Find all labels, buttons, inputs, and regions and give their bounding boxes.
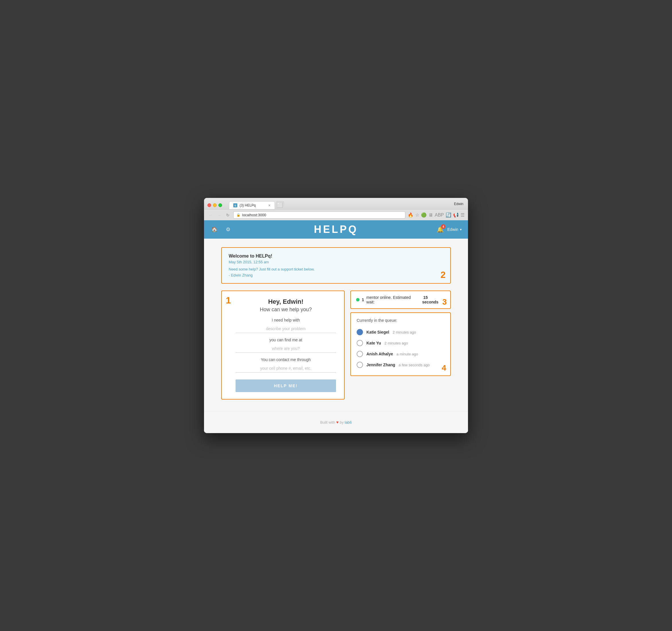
form-box-number: 1 [226,295,231,306]
tab-close-button[interactable]: × [268,203,270,208]
user-name: Edwin [447,227,458,232]
main-content: Welcome to HELPq! May 5th 2015, 12:55 am… [204,239,468,411]
mentor-count: 1 [362,297,364,302]
queue-item: Katie Siegel2 minutes ago [357,327,445,338]
welcome-box-number: 2 [440,270,446,280]
back-button[interactable]: ← [208,212,214,218]
app-header: 🏠 ⚙ HELPq 🔔 4 Edwin ▼ [204,220,468,239]
heart-icon: ♥ [336,420,340,424]
queue-item-time: a few seconds ago [399,363,430,367]
help-me-button[interactable]: HELP ME! [236,380,336,392]
maximize-window-button[interactable] [218,203,222,207]
minimize-window-button[interactable] [213,203,217,207]
mentor-status-text: mentor online. Estimated wait: [366,295,420,304]
address-bar: ← → ↻ 🔒 localhost:3000 🔥 ☆ 🟢 🖥 ABP 🔄 📢 ☰ [204,210,468,220]
queue-item-time: 2 minutes ago [392,330,416,335]
user-menu[interactable]: Edwin ▼ [447,227,462,232]
queue-item-time: 2 minutes ago [384,341,408,345]
share-button[interactable]: ⚙ [223,225,233,234]
app-content: 🏠 ⚙ HELPq 🔔 4 Edwin ▼ Welcome to HELPq! [204,220,468,433]
help-form-box: 1 Hey, Edwin! How can we help you? I nee… [221,291,344,399]
speaker-icon[interactable]: 📢 [453,212,459,218]
mentor-box-number: 3 [442,297,447,307]
queue-avatar [357,340,363,346]
queue-item-name: Anish Athalye [366,351,393,356]
footer-by-text: by [340,420,344,424]
title-bar: q (3) HELPq × ⬜ Edwin [204,198,468,210]
form-label-3: You can contact me through [236,357,336,362]
welcome-title: Welcome to HELPq! [229,253,443,259]
window-user-label: Edwin [454,202,464,208]
traffic-lights [208,203,222,207]
url-bar[interactable]: 🔒 localhost:3000 [233,211,405,219]
queue-item: Kate Yu2 minutes ago [357,338,445,348]
contact-input[interactable] [236,364,336,372]
welcome-date: May 5th 2015, 12:55 am [229,260,443,264]
queue-box: Currently in the queue: Katie Siegel2 mi… [350,312,451,376]
tab-bar: q (3) HELPq × ⬜ [229,201,452,209]
location-input[interactable] [236,344,336,353]
lock-icon: 🔒 [236,213,240,217]
form-label-2: you can find me at [236,338,336,342]
queue-avatar [357,329,363,335]
notification-badge: 4 [441,224,446,229]
address-bar-icons: 🔥 ☆ 🟢 🖥 ABP 🔄 📢 ☰ [408,212,464,218]
header-nav-left: 🏠 ⚙ [210,225,233,234]
welcome-message: Need some help? Just fill out a support … [229,267,443,271]
queue-list: Katie Siegel2 minutes agoKate Yu2 minute… [357,327,445,370]
active-tab[interactable]: q (3) HELPq × [229,201,275,209]
tab-title: (3) HELPq [240,203,256,208]
app-footer: Built with ♥ by lab6 [204,411,468,433]
notification-bell[interactable]: 🔔 4 [437,226,444,233]
queue-item: Jennifer Zhanga few seconds ago [357,359,445,370]
star-icon[interactable]: ☆ [415,212,419,218]
problem-input[interactable] [236,325,336,333]
footer-link[interactable]: lab6 [344,420,352,424]
refresh-icon[interactable]: 🔄 [446,212,451,218]
chevron-down-icon: ▼ [459,228,462,231]
welcome-box: Welcome to HELPq! May 5th 2015, 12:55 am… [221,247,451,284]
form-subtitle: How can we help you? [236,307,336,313]
header-right: 🔔 4 Edwin ▼ [437,226,462,233]
forward-button[interactable]: → [216,212,222,218]
reload-button[interactable]: ↻ [225,212,231,218]
mentor-wait-time: 15 seconds [422,295,445,304]
adblock-icon[interactable]: ABP [435,213,444,218]
mentor-status-box: 1 mentor online. Estimated wait: 15 seco… [350,291,451,309]
form-greeting: Hey, Edwin! [236,298,336,306]
app-title: HELPq [314,223,358,236]
browser-window: q (3) HELPq × ⬜ Edwin ← → ↻ 🔒 localhost:… [204,198,468,433]
queue-item-name: Katie Siegel [366,330,389,335]
welcome-author: - Edwin Zhang [229,273,443,277]
close-window-button[interactable] [208,203,211,207]
new-tab-button[interactable]: ⬜ [276,201,284,209]
url-text: localhost:3000 [242,213,266,217]
green-circle-icon: 🟢 [421,212,427,218]
queue-item: Anish Athalyea minute ago [357,348,445,359]
queue-avatar [357,351,363,357]
form-label-1: I need help with [236,318,336,322]
monitor-icon[interactable]: 🖥 [428,213,433,218]
footer-built-with: Built with [320,420,335,424]
queue-item-time: a minute ago [397,352,418,356]
home-button[interactable]: 🏠 [210,225,219,234]
menu-icon[interactable]: ☰ [460,212,464,218]
queue-box-number: 4 [441,363,446,372]
right-column: 1 mentor online. Estimated wait: 15 seco… [350,291,451,376]
queue-title: Currently in the queue: [357,318,445,323]
online-indicator [356,298,360,301]
queue-item-name: Kate Yu [366,341,381,345]
queue-item-name: Jennifer Zhang [366,363,395,367]
flame-icon: 🔥 [408,212,413,218]
tab-favicon: q [233,203,237,208]
two-column-layout: 1 Hey, Edwin! How can we help you? I nee… [221,291,451,399]
queue-avatar [357,362,363,368]
